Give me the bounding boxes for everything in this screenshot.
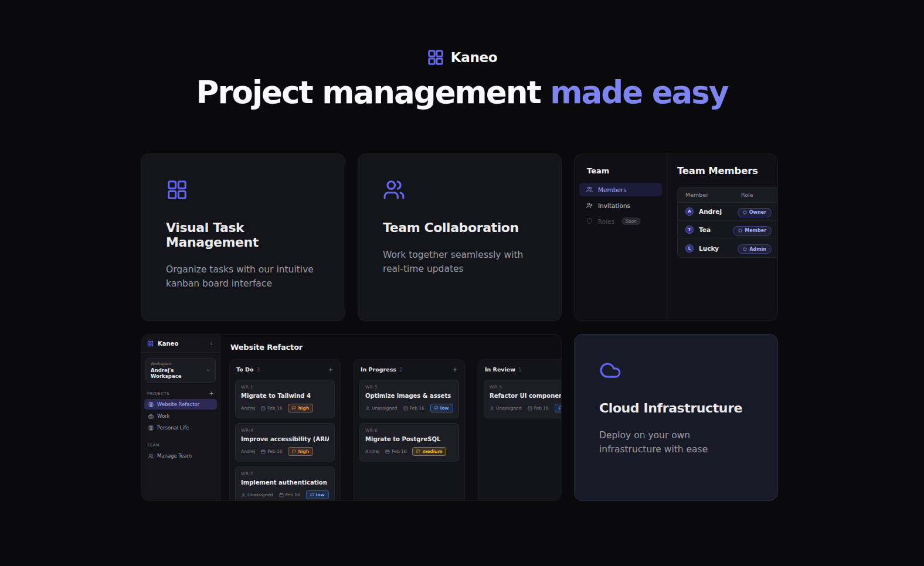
calendar-icon xyxy=(279,493,284,497)
task-card[interactable]: WR-5 Optimize images & assets Unassigned… xyxy=(359,380,459,418)
task-due-date: Feb 16 xyxy=(385,449,406,454)
sidebar-item-work[interactable]: Work xyxy=(144,411,217,421)
feature-description: Work together seamlessly with real-time … xyxy=(383,248,536,276)
team-member-row[interactable]: L Lucky Admin xyxy=(678,239,778,257)
kanban-board-preview: Kaneo Workspace Andrej's Workspace PROJE… xyxy=(141,334,562,501)
task-priority-badge: medium xyxy=(412,447,446,456)
column-name: To Do xyxy=(236,366,253,373)
role-label: Owner xyxy=(749,210,766,215)
brand-header: Kaneo xyxy=(0,49,924,66)
team-members-preview: Team Members Invitations Roles xyxy=(574,154,778,321)
member-avatar: T xyxy=(685,226,694,234)
flag-icon xyxy=(559,406,561,410)
member-avatar: L xyxy=(685,244,694,253)
flag-icon xyxy=(292,406,296,410)
role-column-header: Role xyxy=(741,192,772,198)
feature-grid: Visual Task Management Organize tasks wi… xyxy=(141,154,778,501)
task-assignee-name: Andrej xyxy=(241,405,255,411)
workspace-label: Workspace xyxy=(151,362,206,366)
team-member-row[interactable]: T Tea Member xyxy=(678,221,778,239)
project-name: Work xyxy=(157,413,170,419)
feature-title: Team Collaboration xyxy=(383,220,536,235)
feature-description: Deploy on your own infrastructure with e… xyxy=(599,429,753,456)
task-title: Migrate to PostgreSQL xyxy=(365,436,453,442)
task-id: WR-3 xyxy=(490,384,561,390)
app-name: Kaneo xyxy=(158,340,178,347)
role-badge: Admin xyxy=(738,244,772,254)
add-task-icon[interactable] xyxy=(452,367,458,373)
team-nav-invitations[interactable]: Invitations xyxy=(579,199,662,212)
priority-label: medium xyxy=(422,449,442,454)
workspace-name: Andrej's Workspace xyxy=(151,367,206,379)
priority-label: low xyxy=(440,405,449,411)
task-meta: Andrej Feb 16 high xyxy=(241,447,329,456)
priority-label: high xyxy=(298,405,309,411)
task-priority-badge: low xyxy=(306,490,329,499)
team-nav-members[interactable]: Members xyxy=(579,183,662,196)
board-columns: To Do 3 WR-1 Migrate to Tailwind 4 Andre… xyxy=(220,359,561,500)
calendar-icon xyxy=(261,449,266,454)
circle-icon xyxy=(743,210,747,214)
sidebar-item-personal-life[interactable]: Personal Life xyxy=(144,422,217,433)
task-meta: Unassigned Feb 16 low xyxy=(365,404,453,412)
task-card[interactable]: WR-3 Refactor UI components Unassigned F… xyxy=(484,380,561,418)
priority-label: low xyxy=(316,492,325,497)
member-column-header: Member xyxy=(685,192,741,198)
task-date-label: Feb 16 xyxy=(410,405,424,411)
task-meta: Unassigned Feb 16 low xyxy=(241,490,329,499)
task-card[interactable]: WR-1 Migrate to Tailwind 4 Andrej Feb 16… xyxy=(235,380,335,418)
task-priority-badge: low xyxy=(430,404,453,412)
manage-team-label: Manage Team xyxy=(157,453,192,459)
feature-card-visual-task-management: Visual Task Management Organize tasks wi… xyxy=(141,154,345,321)
task-card[interactable]: WR-6 Migrate to PostgreSQL Andrej Feb 16… xyxy=(359,423,459,462)
task-date-label: Feb 16 xyxy=(534,405,549,411)
workspace-selector[interactable]: Workspace Andrej's Workspace xyxy=(145,358,216,383)
calendar-icon xyxy=(385,449,390,454)
column-cards: WR-3 Refactor UI components Unassigned F… xyxy=(484,380,561,418)
member-name: Lucky xyxy=(699,245,719,252)
board-column: In Progress 2 WR-5 Optimize images & ass… xyxy=(354,359,465,500)
task-title: Migrate to Tailwind 4 xyxy=(241,393,329,399)
column-count: 3 xyxy=(256,367,259,373)
flag-icon xyxy=(416,449,420,454)
task-assignee-name: Unassigned xyxy=(372,405,398,411)
team-member-row[interactable]: A Andrej Owner xyxy=(678,203,778,221)
user-plus-icon xyxy=(586,202,593,209)
role-label: Admin xyxy=(749,247,766,252)
column-cards: WR-1 Migrate to Tailwind 4 Andrej Feb 16… xyxy=(235,380,335,500)
board-title: Website Refactor xyxy=(220,335,561,356)
task-assignee: Andrej xyxy=(241,449,255,454)
column-count: 1 xyxy=(518,367,521,373)
nav-label: Members xyxy=(598,186,627,193)
task-id: WR-6 xyxy=(365,428,453,433)
sidebar-item-manage-team[interactable]: Manage Team xyxy=(144,451,217,461)
nav-label: Roles xyxy=(598,218,614,225)
task-date-label: Feb 16 xyxy=(267,405,282,411)
kaneo-logo-icon xyxy=(427,49,444,66)
task-meta: Andrej Feb 16 medium xyxy=(365,447,453,456)
task-due-date: Feb 16 xyxy=(403,405,424,411)
team-members-panel: Team Members Member Role A Andrej Owner … xyxy=(667,154,777,320)
page-title-accent: made easy xyxy=(550,74,728,110)
unassigned-icon xyxy=(365,406,370,411)
page-title-main: Project management xyxy=(196,74,541,110)
users-icon xyxy=(586,186,593,193)
add-task-icon[interactable] xyxy=(328,367,334,373)
team-sidebar-title: Team xyxy=(579,166,662,175)
role-label: Member xyxy=(745,228,766,233)
chevron-down-icon xyxy=(206,368,210,373)
add-project-icon[interactable] xyxy=(209,391,214,396)
feature-card-team-collaboration: Team Collaboration Work together seamles… xyxy=(358,154,562,321)
project-name: Website Refactor xyxy=(157,401,199,407)
calendar-icon xyxy=(403,406,408,411)
task-due-date: Feb 16 xyxy=(528,405,549,411)
table-header-row: Member Role xyxy=(678,187,778,203)
task-card[interactable]: WR-7 Implement authentication flow Unass… xyxy=(235,466,335,500)
project-name: Personal Life xyxy=(157,425,189,431)
task-assignee: Unassigned xyxy=(241,492,273,497)
task-card[interactable]: WR-4 Improve accessibility (ARIA) Andrej… xyxy=(235,423,335,462)
board-main: Website Refactor To Do 3 WR-1 Migrate to… xyxy=(220,335,561,500)
sidebar-item-website-refactor[interactable]: Website Refactor xyxy=(144,399,217,410)
chevron-left-icon[interactable] xyxy=(209,341,214,346)
task-assignee-name: Unassigned xyxy=(496,405,522,411)
